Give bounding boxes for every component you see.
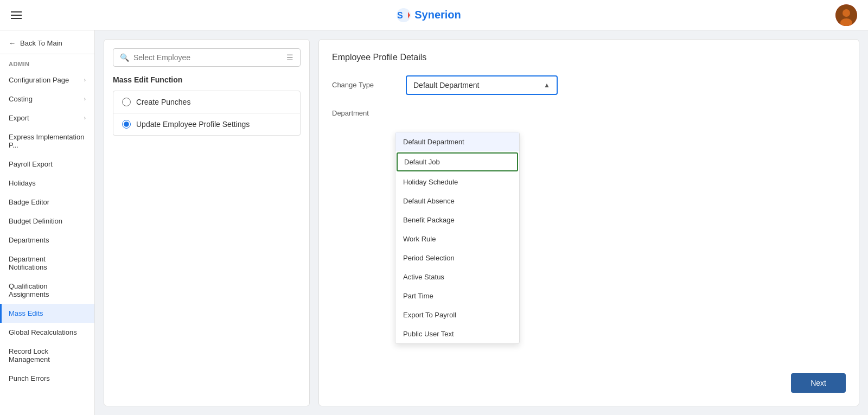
sidebar-items: Configuration Page›Costing›Export›Expres…	[0, 71, 94, 388]
change-type-row: Change Type Default Department ▲	[332, 75, 846, 95]
chevron-up-icon: ▲	[544, 81, 550, 89]
sidebar-item-department-notifications[interactable]: Department Notifications	[0, 250, 94, 277]
chevron-right-icon: ›	[84, 96, 86, 102]
search-input[interactable]	[133, 53, 282, 62]
sidebar-item-label: Export	[9, 114, 29, 122]
dropdown-item-work-rule[interactable]: Work Rule	[395, 229, 519, 248]
dropdown-item-period-selection[interactable]: Period Selection	[395, 248, 519, 267]
top-navigation: S Synerion	[0, 0, 868, 30]
sidebar-item-costing[interactable]: Costing›	[0, 90, 94, 108]
sidebar-item-label: Payroll Export	[9, 160, 53, 168]
logo: S Synerion	[396, 8, 461, 23]
dropdown-item-export-to-payroll[interactable]: Export To Payroll	[395, 305, 519, 324]
sidebar: ← Back To Main ADMIN Configuration Page›…	[0, 30, 95, 415]
sidebar-item-global-recalculations[interactable]: Global Recalculations	[0, 323, 94, 342]
sidebar-item-punch-errors[interactable]: Punch Errors	[0, 369, 94, 388]
admin-section-label: ADMIN	[0, 54, 94, 71]
department-label: Department	[332, 104, 397, 117]
sidebar-item-record-lock-management[interactable]: Record Lock Management	[0, 342, 94, 369]
dropdown-item-default-department[interactable]: Default Department	[395, 132, 519, 151]
sidebar-item-label: Express Implementation P...	[9, 133, 86, 149]
logo-text: Synerion	[414, 9, 461, 21]
back-label: Back To Main	[20, 39, 62, 47]
dropdown-item-active-status[interactable]: Active Status	[395, 267, 519, 286]
back-arrow-icon: ←	[9, 39, 16, 47]
sidebar-item-badge-editor[interactable]: Badge Editor	[0, 193, 94, 212]
svg-text:S: S	[397, 11, 403, 20]
sidebar-item-export[interactable]: Export›	[0, 108, 94, 127]
change-type-value: Default Department	[413, 81, 479, 90]
back-to-main-button[interactable]: ← Back To Main	[0, 30, 94, 54]
hamburger-menu-button[interactable]	[11, 11, 22, 19]
sidebar-item-label: Qualification Assignments	[9, 282, 86, 298]
dropdown-item-benefit-package[interactable]: Benefit Package	[395, 210, 519, 229]
sidebar-item-label: Record Lock Management	[9, 347, 86, 363]
sidebar-item-label: Departments	[9, 236, 49, 244]
sidebar-item-label: Configuration Page	[9, 76, 69, 84]
right-panel: Employee Profile Details Change Type Def…	[318, 39, 859, 406]
sidebar-item-label: Badge Editor	[9, 198, 49, 206]
sidebar-item-label: Department Notifications	[9, 255, 86, 271]
logo-icon: S	[396, 8, 411, 23]
sidebar-item-payroll-export[interactable]: Payroll Export	[0, 155, 94, 174]
sidebar-item-express-implementation[interactable]: Express Implementation P...	[0, 127, 94, 155]
sidebar-item-holidays[interactable]: Holidays	[0, 174, 94, 193]
change-type-control: Default Department ▲	[406, 75, 558, 95]
sidebar-item-mass-edits[interactable]: Mass Edits	[0, 304, 94, 323]
next-button[interactable]: Next	[791, 373, 846, 393]
avatar[interactable]	[835, 4, 857, 26]
sidebar-item-label: Punch Errors	[9, 374, 50, 382]
sidebar-item-label: Global Recalculations	[9, 328, 77, 336]
dropdown-item-default-absence[interactable]: Default Absence	[395, 191, 519, 210]
sidebar-item-configuration-page[interactable]: Configuration Page›	[0, 71, 94, 90]
filter-icon[interactable]: ☰	[286, 53, 293, 62]
left-panel: 🔍 ☰ Mass Edit Function Create Punches Up…	[104, 39, 310, 406]
sidebar-item-qualification-assignments[interactable]: Qualification Assignments	[0, 277, 94, 304]
dropdown-item-public-user-text[interactable]: Public User Text	[395, 324, 519, 343]
mass-edit-title: Mass Edit Function	[113, 75, 301, 84]
svg-point-4	[843, 9, 850, 17]
sidebar-item-label: Budget Definition	[9, 217, 62, 225]
chevron-right-icon: ›	[84, 77, 86, 83]
sidebar-item-departments[interactable]: Departments	[0, 231, 94, 250]
dropdown-item-holiday-schedule[interactable]: Holiday Schedule	[395, 173, 519, 191]
dropdown-item-default-job[interactable]: Default Job	[397, 152, 518, 171]
chevron-right-icon: ›	[84, 115, 86, 121]
radio-label-update-profile: Update Employee Profile Settings	[136, 120, 250, 129]
panel-title: Employee Profile Details	[332, 53, 846, 62]
change-type-select[interactable]: Default Department ▲	[406, 75, 558, 95]
search-icon: 🔍	[120, 53, 129, 62]
content-area: 🔍 ☰ Mass Edit Function Create Punches Up…	[95, 30, 868, 415]
search-bar: 🔍 ☰	[113, 48, 301, 67]
radio-label-create-punches: Create Punches	[136, 98, 190, 106]
radio-create-punches[interactable]	[122, 98, 131, 106]
sidebar-item-label: Holidays	[9, 179, 36, 187]
department-row: Department	[332, 104, 846, 117]
sidebar-item-label: Mass Edits	[9, 309, 43, 317]
sidebar-item-budget-definition[interactable]: Budget Definition	[0, 212, 94, 231]
dropdown-item-part-time[interactable]: Part Time	[395, 286, 519, 305]
radio-item-update-profile[interactable]: Update Employee Profile Settings	[113, 113, 301, 136]
radio-group: Create Punches Update Employee Profile S…	[113, 91, 301, 136]
radio-update-profile[interactable]	[122, 120, 131, 129]
radio-item-create-punches[interactable]: Create Punches	[113, 91, 301, 113]
sidebar-item-label: Costing	[9, 95, 33, 103]
dropdown-list: Default DepartmentDefault JobHoliday Sch…	[395, 132, 520, 344]
main-layout: ← Back To Main ADMIN Configuration Page›…	[0, 30, 868, 415]
change-type-label: Change Type	[332, 75, 397, 89]
